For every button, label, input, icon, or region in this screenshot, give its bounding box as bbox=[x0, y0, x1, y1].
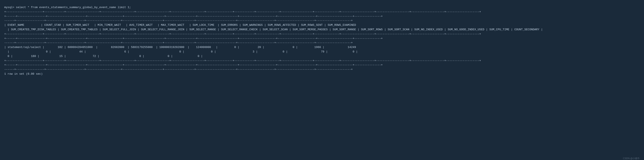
border-mid-1: +----------------------+------------+---… bbox=[4, 32, 640, 36]
command-line: mysql> select * from events_statements_s… bbox=[4, 5, 640, 10]
border-top-1: +----------------------+------------+---… bbox=[4, 10, 640, 14]
border-top-3: ------+-----------------+---------------… bbox=[4, 18, 640, 23]
border-bot-1: +----------------------+------------+---… bbox=[4, 59, 640, 63]
result-summary: 1 row in set (0.00 sec) bbox=[4, 72, 640, 76]
data-row-2: | 0 | 44 | 6 | 0 | 0 | 3 | 0 | 79 | bbox=[4, 50, 640, 54]
border-bot-3: ------+-----------------+---------------… bbox=[4, 67, 640, 72]
border-bot-2: +------+-----------------+--------------… bbox=[4, 63, 640, 67]
header-row-1: | EVENT_NAME | COUNT_STAR | SUM_TIMER_WA… bbox=[4, 23, 640, 27]
data-row-1: | statement/sql/select | 102 | 600084284… bbox=[4, 45, 640, 50]
border-mid-2: +------+-----------------+--------------… bbox=[4, 36, 640, 41]
terminal-window: mysql> select * from events_statements_s… bbox=[0, 2, 644, 160]
border-top-2: +------+-----------------+--------------… bbox=[4, 14, 640, 19]
header-row-2: | SUM_CREATED_TMP_DISK_TABLES | SUM_CREA… bbox=[4, 27, 640, 32]
border-mid-3: ------+-----------------+---------------… bbox=[4, 41, 640, 45]
data-row-3: 0 | 180 | 15 | 72 | 0 | 0 | 0 | bbox=[4, 54, 640, 59]
watermark: CSDN @小猪牛 bbox=[623, 157, 640, 160]
